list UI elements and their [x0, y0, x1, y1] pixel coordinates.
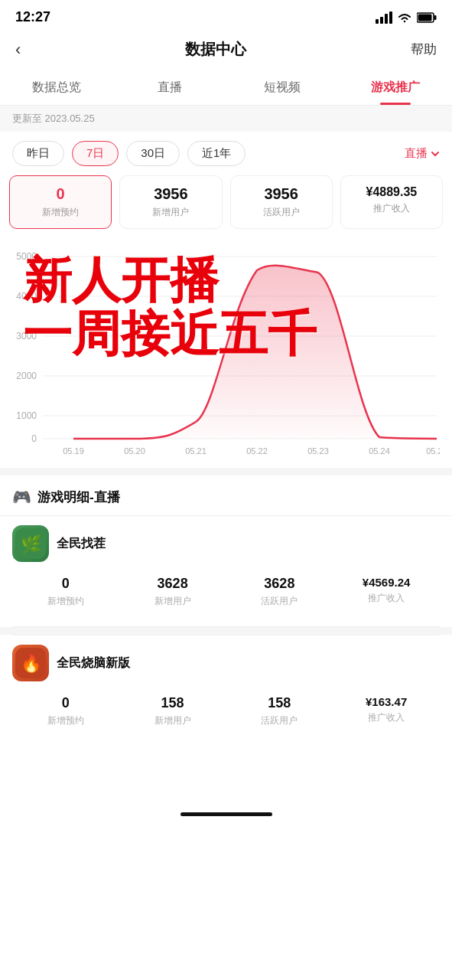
- game2-name: 全民烧脑新版: [57, 655, 130, 671]
- game2-icon: 🔥: [12, 645, 49, 681]
- bottom-spacer: [0, 746, 452, 792]
- game1-stat-activeusers: 3628 活跃用户: [226, 570, 333, 614]
- filter-row: 昨日 7日 30日 近1年 直播: [0, 132, 452, 175]
- filter-nearyear[interactable]: 近1年: [187, 141, 246, 166]
- filter-yesterday[interactable]: 昨日: [12, 141, 64, 166]
- game-section-icon: 🎮: [12, 488, 31, 506]
- battery-icon: [417, 12, 437, 23]
- section-divider-2: [0, 627, 452, 635]
- wifi-icon: [397, 11, 412, 24]
- chart-fill: [73, 266, 437, 439]
- svg-text:5000: 5000: [16, 251, 37, 262]
- svg-rect-5: [434, 15, 437, 20]
- tab-live[interactable]: 直播: [113, 70, 226, 105]
- chevron-down-icon: [431, 149, 440, 158]
- svg-text:4000: 4000: [16, 291, 37, 302]
- svg-text:05.19: 05.19: [63, 446, 84, 456]
- game2-stat-activeusers: 158 活跃用户: [226, 689, 333, 733]
- section-divider: [0, 468, 452, 475]
- svg-text:0: 0: [31, 433, 37, 444]
- game1-stat-newusers: 3628 新增用户: [119, 570, 226, 614]
- game2-stat-newusers: 158 新增用户: [119, 689, 226, 733]
- svg-rect-6: [418, 14, 432, 21]
- status-bar: 12:27: [0, 0, 452, 31]
- svg-rect-0: [376, 19, 379, 24]
- game1-name: 全民找茬: [57, 536, 106, 552]
- status-icons: [376, 11, 437, 24]
- game2-stats: 0 新增预约 158 新增用户 158 活跃用户 ¥163.47 推广收入: [12, 689, 440, 733]
- game2-stat-revenue: ¥163.47 推广收入: [333, 689, 440, 733]
- tab-overview[interactable]: 数据总览: [0, 70, 113, 105]
- stats-row: 0 新增预约 3956 新增用户 3956 活跃用户 ¥4889.35 推广收入: [0, 175, 452, 238]
- stat-new-users: 3956 新增用户: [119, 175, 222, 229]
- filter-7days[interactable]: 7日: [72, 141, 119, 166]
- filter-30days[interactable]: 30日: [126, 141, 180, 166]
- svg-text:05.23: 05.23: [307, 446, 329, 456]
- game1-stats: 0 新增预约 3628 新增用户 3628 活跃用户 ¥4569.24 推广收入: [12, 570, 440, 614]
- home-indicator: [180, 812, 272, 816]
- stat-new-reservation: 0 新增预约: [9, 175, 112, 229]
- tab-game[interactable]: 游戏推广: [339, 70, 452, 105]
- filter-type-selector[interactable]: 直播: [405, 146, 440, 161]
- back-button[interactable]: ‹: [15, 40, 21, 60]
- svg-text:🔥: 🔥: [21, 653, 42, 674]
- game1-icon: 🌿: [12, 525, 49, 562]
- game2-stat-reservation: 0 新增预约: [12, 689, 119, 733]
- svg-text:2000: 2000: [16, 371, 37, 381]
- svg-text:🌿: 🌿: [21, 534, 42, 554]
- game-item-1: 🌿 全民找茬 0 新增预约 3628 新增用户 3628 活跃用户 ¥4569.…: [0, 516, 452, 626]
- game-section-header: 🎮 游戏明细-直播: [0, 475, 452, 515]
- header: ‹ 数据中心 帮助: [0, 31, 452, 70]
- game-item-2: 🔥 全民烧脑新版 0 新增预约 158 新增用户 158 活跃用户 ¥163.4…: [0, 635, 452, 746]
- svg-text:1000: 1000: [16, 410, 37, 421]
- game1-stat-revenue: ¥4569.24 推广收入: [333, 570, 440, 614]
- chart-container: 新人开播 一周接近五千 5000 4000 3000 2000 1000 0: [0, 238, 452, 468]
- game1-stat-reservation: 0 新增预约: [12, 570, 119, 614]
- chart-svg: 5000 4000 3000 2000 1000 0 05.19 05.20 0…: [12, 246, 440, 460]
- svg-text:05.24: 05.24: [369, 446, 390, 456]
- bottom-bar: [0, 792, 452, 822]
- game1-header: 🌿 全民找茬: [12, 516, 440, 570]
- stat-active-users: 3956 活跃用户: [230, 175, 333, 229]
- svg-text:05.20: 05.20: [124, 446, 145, 456]
- svg-rect-2: [385, 14, 388, 24]
- game2-header: 🔥 全民烧脑新版: [12, 635, 440, 689]
- update-bar: 更新至 2023.05.25: [0, 106, 452, 132]
- signal-icon: [376, 11, 392, 24]
- svg-rect-1: [380, 17, 383, 24]
- tab-bar: 数据总览 直播 短视频 游戏推广: [0, 70, 452, 106]
- status-time: 12:27: [15, 9, 50, 25]
- svg-text:05.21: 05.21: [185, 446, 206, 456]
- game-section-title: 游戏明细-直播: [37, 488, 120, 506]
- svg-text:05.22: 05.22: [246, 446, 268, 456]
- svg-text:3000: 3000: [16, 331, 37, 341]
- svg-text:05.25: 05.25: [426, 446, 440, 456]
- svg-rect-3: [389, 11, 392, 24]
- tab-shortvideo[interactable]: 短视频: [226, 70, 340, 105]
- page-title: 数据中心: [185, 39, 246, 60]
- stat-revenue: ¥4889.35 推广收入: [340, 175, 443, 229]
- help-button[interactable]: 帮助: [411, 41, 437, 58]
